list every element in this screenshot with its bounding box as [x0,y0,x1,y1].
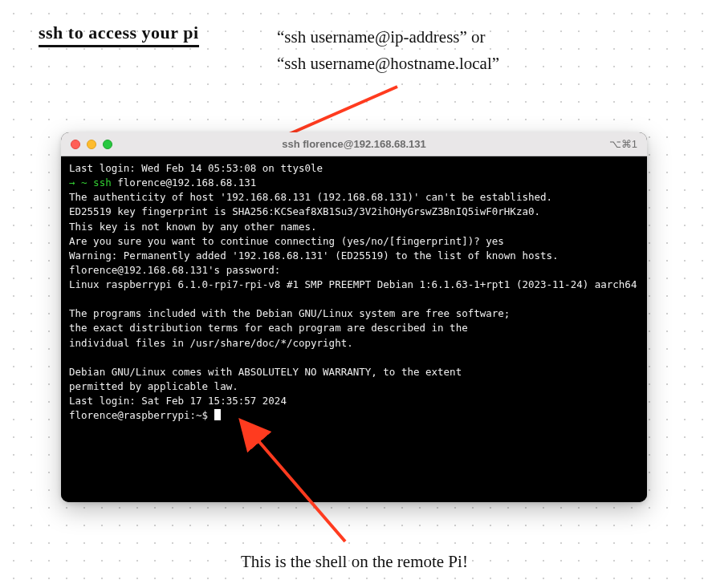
titlebar: ssh florence@192.168.68.131 ⌥⌘1 [61,132,647,156]
window-title: ssh florence@192.168.68.131 [61,138,647,150]
line-warning-added: Warning: Permanently added '192.168.68.1… [69,249,559,262]
line-motd: the exact distribution terms for each pr… [69,322,468,334]
page-title: ssh to access your pi [39,22,199,47]
line-password-prompt: florence@192.168.68.131's password: [69,264,280,276]
line-authenticity: The authenticity of host '192.168.68.131… [69,191,552,203]
line-last-login-local: Last login: Wed Feb 14 05:53:08 on ttys0… [69,162,323,174]
line-motd: permitted by applicable law. [69,380,238,392]
line-confirm-prompt: Are you sure you want to continue connec… [69,235,504,247]
ssh-command: ssh [93,176,117,189]
prompt-tilde: ~ [75,176,94,189]
line-motd: Debian GNU/Linux comes with ABSOLUTELY N… [69,366,462,378]
prompt-arrow-icon: → [69,176,75,189]
terminal-window: ssh florence@192.168.68.131 ⌥⌘1 Last log… [61,132,647,502]
line-linux-banner: Linux raspberrypi 6.1.0-rpi7-rpi-v8 #1 S… [69,278,637,290]
remote-shell-prompt: florence@raspberrypi:~$ [69,409,214,421]
cursor-icon [214,409,221,420]
line-key-unknown: This key is not known by any other names… [69,221,317,233]
terminal-output[interactable]: Last login: Wed Feb 14 05:53:08 on ttys0… [61,156,647,502]
annotation-remote-shell: This is the shell on the remote Pi! [241,552,468,572]
line-fingerprint: ED25519 key fingerprint is SHA256:KCSeaf… [69,205,540,217]
window-shortcut: ⌥⌘1 [609,138,637,150]
line-motd: The programs included with the Debian GN… [69,307,510,319]
annotation-line: “ssh username@hostname.local” [277,51,499,77]
line-motd: individual files in /usr/share/doc/*/cop… [69,337,353,349]
ssh-target-host: florence@192.168.68.131 [117,176,256,189]
annotation-line: “ssh username@ip-address” or [277,24,499,51]
annotation-ssh-syntax: “ssh username@ip-address” or “ssh userna… [277,24,499,76]
line-last-login-remote: Last login: Sat Feb 17 15:35:57 2024 [69,395,287,407]
